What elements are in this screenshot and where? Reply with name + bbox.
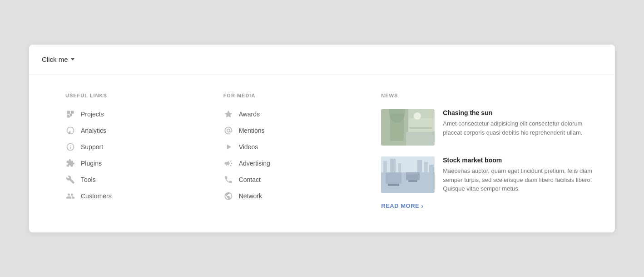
svg-rect-19 bbox=[424, 162, 428, 172]
videos-icon bbox=[223, 142, 233, 152]
analytics-label: Analytics bbox=[81, 127, 106, 134]
svg-rect-16 bbox=[390, 159, 396, 172]
useful-links-column: USEFUL LINKS Projects bbox=[65, 93, 223, 210]
tools-label: Tools bbox=[81, 176, 96, 183]
news-item-1-desc: Amet consectetur adipisicing elit consec… bbox=[443, 119, 602, 137]
main-card: Click me USEFUL LINKS Projects bbox=[29, 45, 615, 232]
content-area: USEFUL LINKS Projects bbox=[29, 75, 615, 232]
plugins-icon bbox=[65, 158, 75, 168]
for-media-item-contact[interactable]: Contact bbox=[223, 175, 381, 185]
for-media-item-network[interactable]: Network bbox=[223, 191, 381, 201]
support-icon bbox=[65, 142, 75, 152]
news-item-2-title: Stock market boom bbox=[443, 156, 602, 164]
advertising-icon bbox=[223, 158, 233, 168]
news-image-2 bbox=[381, 156, 435, 193]
svg-rect-10 bbox=[386, 172, 401, 184]
projects-icon bbox=[65, 109, 75, 119]
network-label: Network bbox=[239, 192, 262, 200]
useful-links-item-projects[interactable]: Projects bbox=[65, 109, 223, 119]
news-item-1: Chasing the sun Amet consectetur adipisi… bbox=[381, 109, 602, 146]
network-icon bbox=[223, 191, 233, 201]
click-me-button[interactable]: Click me bbox=[42, 54, 74, 65]
contact-label: Contact bbox=[239, 176, 261, 183]
for-media-item-awards[interactable]: Awards bbox=[223, 109, 381, 119]
for-media-item-advertising[interactable]: Advertising bbox=[223, 158, 381, 168]
news-item-2: Stock market boom Maecenas auctor, quam … bbox=[381, 156, 602, 193]
useful-links-item-support[interactable]: Support bbox=[65, 142, 223, 152]
useful-links-item-plugins[interactable]: Plugins bbox=[65, 158, 223, 168]
tools-icon bbox=[65, 175, 75, 185]
news-item-1-title: Chasing the sun bbox=[443, 109, 602, 116]
read-more-arrow-icon: › bbox=[421, 202, 423, 210]
svg-rect-13 bbox=[408, 180, 417, 182]
for-media-list: Awards Mentions bbox=[223, 109, 381, 201]
useful-links-title: USEFUL LINKS bbox=[65, 93, 223, 98]
videos-label: Videos bbox=[239, 143, 258, 151]
customers-label: Customers bbox=[81, 192, 112, 200]
news-item-2-desc: Maecenas auctor, quam eget tincidunt pre… bbox=[443, 166, 602, 193]
useful-links-item-tools[interactable]: Tools bbox=[65, 175, 223, 185]
chevron-down-icon bbox=[71, 58, 74, 60]
advertising-label: Advertising bbox=[239, 160, 270, 167]
svg-point-4 bbox=[414, 112, 421, 120]
customers-icon bbox=[65, 191, 75, 201]
useful-links-item-customers[interactable]: Customers bbox=[65, 191, 223, 201]
support-label: Support bbox=[81, 143, 103, 151]
useful-links-item-analytics[interactable]: Analytics bbox=[65, 126, 223, 136]
analytics-icon bbox=[65, 126, 75, 136]
contact-icon bbox=[223, 175, 233, 185]
plugins-label: Plugins bbox=[81, 160, 102, 167]
svg-rect-17 bbox=[398, 163, 401, 172]
awards-icon bbox=[223, 109, 233, 119]
header: Click me bbox=[29, 45, 615, 75]
for-media-item-mentions[interactable]: Mentions bbox=[223, 126, 381, 136]
useful-links-list: Projects Analytics bbox=[65, 109, 223, 201]
svg-rect-12 bbox=[388, 184, 399, 186]
mentions-label: Mentions bbox=[239, 127, 265, 134]
for-media-title: FOR MEDIA bbox=[223, 93, 381, 98]
news-list: Chasing the sun Amet consectetur adipisi… bbox=[381, 109, 602, 193]
read-more-link[interactable]: READ MORE › bbox=[381, 202, 602, 210]
svg-rect-7 bbox=[409, 127, 432, 129]
svg-rect-15 bbox=[383, 161, 387, 172]
news-column: NEWS bbox=[381, 93, 602, 210]
mentions-icon bbox=[223, 126, 233, 136]
projects-label: Projects bbox=[81, 111, 104, 118]
svg-rect-20 bbox=[429, 165, 434, 172]
svg-rect-5 bbox=[406, 132, 435, 146]
for-media-column: FOR MEDIA Awards M bbox=[223, 93, 381, 210]
news-text-1: Chasing the sun Amet consectetur adipisi… bbox=[443, 109, 602, 137]
awards-label: Awards bbox=[239, 111, 260, 118]
click-me-label: Click me bbox=[42, 55, 68, 63]
news-title: NEWS bbox=[381, 93, 602, 98]
read-more-label: READ MORE bbox=[381, 202, 419, 209]
news-text-2: Stock market boom Maecenas auctor, quam … bbox=[443, 156, 602, 193]
svg-rect-18 bbox=[417, 160, 422, 172]
for-media-item-videos[interactable]: Videos bbox=[223, 142, 381, 152]
news-image-1 bbox=[381, 109, 435, 146]
